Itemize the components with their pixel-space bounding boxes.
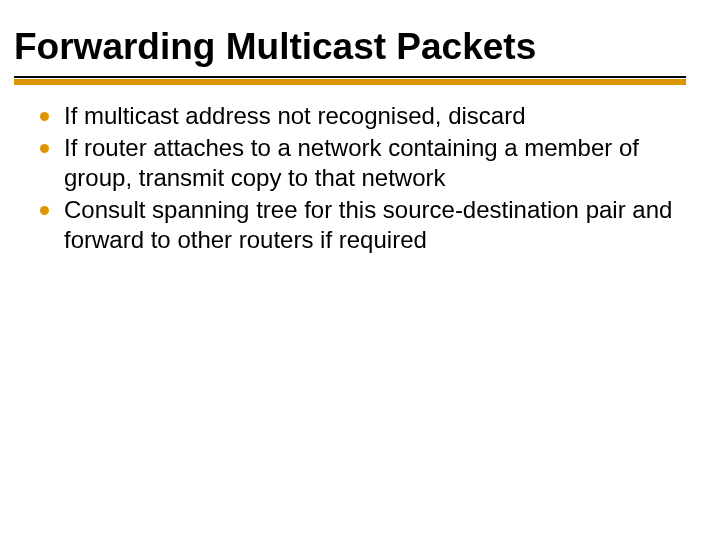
title-block: Forwarding Multicast Packets bbox=[14, 26, 686, 91]
list-item: Consult spanning tree for this source-de… bbox=[40, 195, 686, 255]
title-rule-accent bbox=[14, 79, 686, 85]
page-title: Forwarding Multicast Packets bbox=[14, 26, 686, 68]
list-item: If multicast address not recognised, dis… bbox=[40, 101, 686, 131]
list-item: If router attaches to a network containi… bbox=[40, 133, 686, 193]
bullet-list: If multicast address not recognised, dis… bbox=[14, 101, 686, 255]
title-rule-thin bbox=[14, 76, 686, 78]
slide: Forwarding Multicast Packets If multicas… bbox=[0, 0, 720, 540]
